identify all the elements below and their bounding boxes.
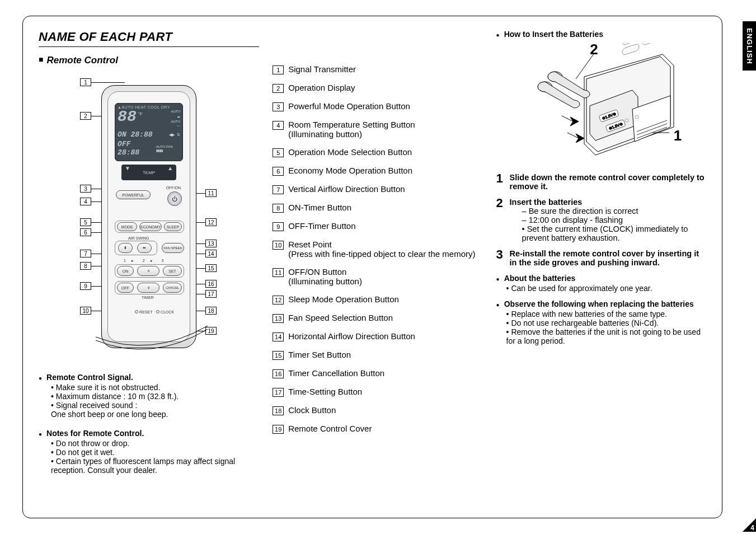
part-title: Horizontal Airflow Direction Button [288, 331, 415, 341]
lcd-temp-unit: °F [138, 111, 143, 116]
fig-num-1: 1 [674, 127, 682, 144]
part-num: 8 [273, 204, 284, 213]
signal-b1: Make sure it is not obstructed. [51, 383, 259, 392]
btn-economy: ECONOMY [139, 222, 162, 231]
part-item-1: 1Signal Transmitter [273, 64, 482, 74]
cover-swoosh [90, 312, 213, 357]
step-sub: 12:00 on display - flashing [522, 216, 706, 224]
part-num: 14 [273, 332, 284, 341]
parts-list: 1Signal Transmitter2Operation Display3Po… [273, 64, 482, 434]
btn-sleep: SLEEP [164, 222, 182, 231]
fig-num-2: 2 [590, 41, 598, 58]
lcd-icons-1: ◀▶ ⇅ [168, 133, 180, 137]
part-item-4: 4Room Temperature Setting Button(Illumin… [273, 120, 482, 139]
step-lead: Insert the batteries [510, 198, 706, 207]
part-title: Operation Mode Selection Button [288, 147, 412, 157]
part-num: 6 [273, 167, 284, 176]
part-item-10: 10Reset Point(Press with fine-tipped obj… [273, 240, 482, 259]
part-item-11: 11OFF/ON Button(Illuminating button) [273, 267, 482, 286]
part-item-2: 2Operation Display [273, 83, 482, 93]
part-sub: (Illuminating button) [288, 277, 362, 286]
about-batt-b1: Can be used for approximately one year. [506, 284, 706, 293]
col-left: NAME OF EACH PART Remote Control 1 2 3 4… [39, 30, 259, 508]
col-mid: 1Signal Transmitter2Operation Display3Po… [273, 30, 482, 508]
callout-12: 12 [205, 218, 217, 226]
steps: 1Slide down the remote control cover com… [496, 173, 706, 267]
part-num: 15 [273, 351, 284, 360]
rc-notes-b3: Certain types of fluorescent lamps may a… [51, 457, 259, 475]
part-title: Room Temperature Setting Button [288, 120, 415, 129]
part-title: Clock Button [288, 405, 336, 415]
observe-head: Observe the following when replacing the… [496, 299, 706, 308]
section-title: NAME OF EACH PART [39, 30, 259, 47]
step-lead: Slide down the remote control cover comp… [510, 173, 706, 191]
part-num: 1 [273, 65, 284, 74]
label-airswing: AIR SWING [128, 236, 149, 240]
callout-10: 10 [80, 307, 91, 315]
part-item-5: 5Operation Mode Selection Button [273, 147, 482, 157]
rc-notes-head: Notes for Remote Control. [39, 429, 259, 438]
remote-illustration: 1 2 3 4 5 6 7 8 9 10 11 12 13 14 15 [57, 72, 241, 363]
step-sub: Be sure the direction is correct [522, 207, 706, 216]
part-title: Timer Set Button [288, 350, 351, 359]
rc-notes-list: Do not throw or drop. Do not get it wet.… [51, 439, 259, 475]
step-lead: Re-install the remote control cover by i… [510, 249, 706, 267]
part-num: 5 [273, 148, 284, 157]
remote-control-heading: Remote Control [39, 55, 259, 66]
step-1: 1Slide down the remote control cover com… [496, 173, 706, 191]
signal-b2: Maximum distance : 10 m (32.8 ft.). [51, 392, 259, 401]
callout-16: 16 [205, 280, 217, 288]
part-sub: (Illuminating button) [288, 129, 415, 139]
btn-off-timer: OFF [117, 283, 134, 293]
part-title: Economy Mode Operation Button [288, 166, 412, 175]
observe-b3: Remove the batteries if the unit is not … [506, 327, 706, 345]
lcd-louver-icon: 〰 [171, 124, 181, 129]
btn-cancel: CANCEL [163, 283, 182, 293]
lcd-temp-88: 88 [118, 110, 137, 124]
step-2: 2Insert the batteriesBe sure the directi… [496, 198, 706, 242]
part-num: 10 [273, 241, 284, 250]
svg-rect-8 [642, 43, 659, 45]
lcd-auto-2: AUTO [171, 119, 181, 124]
btn-set: SET [163, 266, 182, 276]
part-item-3: 3Powerful Mode Operation Button [273, 101, 482, 111]
part-item-14: 14Horizontal Airflow Direction Button [273, 331, 482, 341]
btn-powerful: POWERFUL [116, 190, 151, 199]
callout-11: 11 [205, 189, 217, 197]
btn-time-down: ∨ [137, 283, 159, 293]
part-num: 11 [273, 268, 284, 277]
btn-mode: MODE [117, 222, 137, 231]
batt-heading: How to Insert the Batteries [496, 30, 706, 39]
rc-notes-b2: Do not get it wet. [51, 448, 259, 457]
part-title: Operation Display [288, 83, 355, 92]
part-num: 3 [273, 102, 284, 111]
part-num: 2 [273, 84, 284, 93]
callout-13: 13 [205, 240, 217, 247]
part-title: Reset Point [288, 240, 475, 249]
observe-b1: Replace with new batteries of the same t… [506, 310, 706, 318]
about-batt-list: Can be used for approximately one year. [496, 284, 706, 293]
callout-17: 17 [205, 290, 217, 298]
signal-b3b: One short beep or one long beep. [51, 410, 259, 419]
part-item-15: 15Timer Set Button [273, 350, 482, 360]
part-item-17: 17Time-Setting Button [273, 387, 482, 397]
lcd-display: ▲AUTO HEAT COOL DRY 88 °F AUTO ☁ AUTO 〰 [115, 103, 183, 161]
svg-point-10 [635, 115, 638, 119]
part-item-7: 7Vertical Airflow Direction Button [273, 184, 482, 194]
temp-rocker: ▼▲ TEMP [121, 165, 176, 180]
callout-3: 3 [80, 185, 91, 193]
callout-2: 2 [80, 112, 91, 120]
part-item-16: 16Timer Cancellation Button [273, 368, 482, 378]
lcd-icons-2: AUTO FAN ▮▮▮▮ [155, 145, 180, 152]
callout-1: 1 [80, 78, 91, 86]
seq-2: 2 [143, 259, 147, 263]
part-title: Fan Speed Selection Button [288, 313, 393, 322]
part-title: Timer Cancellation Button [288, 368, 384, 378]
part-num: 7 [273, 185, 284, 194]
part-item-6: 6Economy Mode Operation Button [273, 166, 482, 176]
lcd-on-timer: ON 28:88 [118, 130, 152, 139]
lcd-fan-icon: ☁ [171, 114, 181, 119]
step-sub: Set the current time (CLOCK) immediately… [522, 224, 706, 242]
callout-15: 15 [205, 264, 217, 272]
part-item-13: 13Fan Speed Selection Button [273, 313, 482, 323]
